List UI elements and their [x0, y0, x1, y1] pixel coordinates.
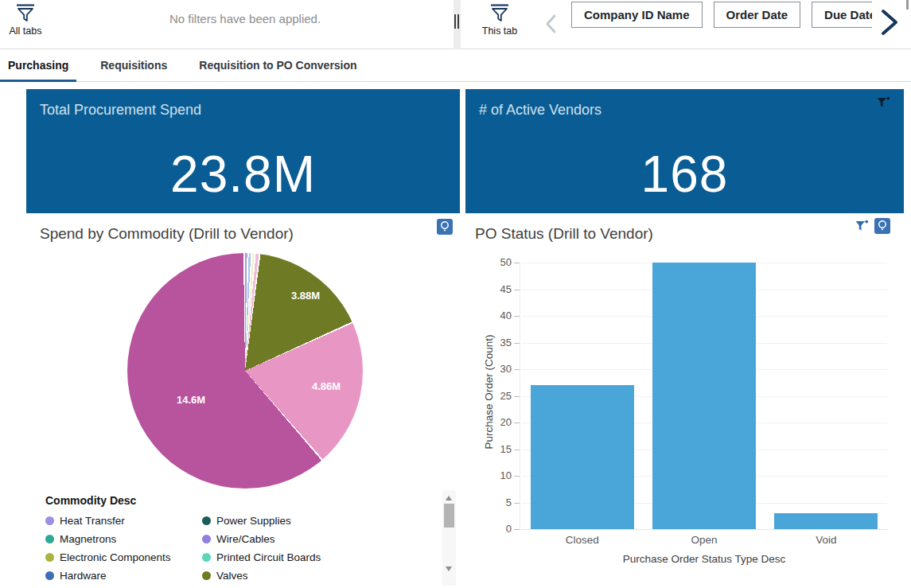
scrollbar-thumb[interactable]	[444, 504, 454, 528]
kpi-title: # of Active Vendors	[479, 102, 601, 119]
y-tick-label: 20	[473, 416, 512, 428]
y-tick-mark	[514, 290, 520, 290]
po-status-bar-plot	[521, 263, 887, 529]
dashboard: All tabs No filters have been applied. T…	[0, 0, 911, 588]
y-tick-mark	[514, 529, 520, 530]
legend-item-electronic-components[interactable]: Electronic Components	[45, 548, 202, 567]
filter-chip[interactable]: Company ID Name	[571, 2, 703, 28]
y-tick-label: 30	[473, 363, 512, 375]
pie-chart-title: Spend by Commodity (Drill to Vendor)	[40, 225, 294, 243]
kpi-active-vendors: # of Active Vendors 168	[465, 89, 904, 213]
y-tick-label: 45	[473, 283, 512, 295]
bar-chart-title: PO Status (Drill to Vendor)	[475, 225, 653, 243]
po-status-widget: PO Status (Drill to Vendor) Purchase Ord…	[461, 216, 911, 588]
y-tick-label: 25	[473, 390, 512, 402]
legend-swatch-icon	[202, 535, 211, 543]
spend-by-commodity-widget: Spend by Commodity (Drill to Vendor) 3.8…	[26, 216, 460, 588]
legend-title: Commodity Desc	[45, 494, 136, 507]
legend-label: Magnetrons	[60, 533, 116, 545]
x-category-label: Closed	[521, 534, 643, 546]
legend-swatch-icon	[45, 553, 54, 562]
x-axis-title: Purchase Order Status Type Desc	[521, 553, 887, 565]
chevron-right-icon	[877, 6, 901, 38]
legend-item-valves[interactable]: Valves	[202, 567, 401, 585]
bar-void[interactable]	[774, 513, 878, 529]
all-tabs-label: All tabs	[2, 25, 49, 37]
insights-lightbulb-icon[interactable]	[437, 219, 453, 235]
legend-label: Hardware	[60, 570, 107, 582]
y-tick-label: 0	[473, 523, 512, 535]
y-tick-mark	[514, 263, 520, 263]
bar-open[interactable]	[652, 263, 756, 529]
y-tick-mark	[514, 369, 520, 370]
y-tick-label: 40	[473, 310, 512, 321]
tab-requisition-to-po-conversion[interactable]: Requisition to PO Conversion	[191, 49, 364, 81]
dashboard-tab-bar: PurchasingRequisitionsRequisition to PO …	[0, 49, 911, 82]
y-tick-mark	[514, 423, 520, 423]
legend-swatch-icon	[202, 571, 211, 580]
all-tabs-filter-button[interactable]: All tabs	[2, 3, 49, 37]
legend-item-hardware[interactable]: Hardware	[45, 567, 202, 585]
legend-label: Heat Transfer	[60, 515, 125, 527]
chevron-left-icon	[543, 13, 559, 35]
y-tick-mark	[514, 503, 520, 504]
scroll-down-icon[interactable]	[446, 567, 452, 571]
no-filters-message: No filters have been applied.	[169, 12, 321, 25]
tab-purchasing[interactable]: Purchasing	[0, 49, 76, 81]
y-tick-label: 15	[473, 443, 512, 455]
y-tick-mark	[514, 316, 520, 317]
y-tick-label: 10	[473, 469, 512, 481]
splitter-grip-icon	[454, 14, 459, 29]
this-tab-funnel-icon	[476, 3, 524, 24]
filter-applied-icon[interactable]	[876, 95, 890, 110]
legend-item-heat-transfer[interactable]: Heat Transfer	[45, 512, 202, 530]
y-tick-label: 50	[473, 256, 512, 268]
y-tick-mark	[514, 450, 520, 450]
legend-label: Wire/Cables	[216, 533, 275, 545]
kpi-title: Total Procurement Spend	[40, 102, 201, 119]
this-tab-filter-button[interactable]: This tab	[476, 3, 524, 37]
this-tab-label: This tab	[476, 25, 524, 37]
y-tick-mark	[514, 343, 520, 344]
legend-label: Power Supplies	[216, 515, 291, 527]
legend-label: Valves	[216, 570, 248, 582]
x-category-label: Open	[643, 534, 765, 546]
legend-item-magnetrons[interactable]: Magnetrons	[45, 530, 202, 548]
all-tabs-funnel-icon	[2, 3, 49, 24]
legend-item-printed-circuit-boards[interactable]: Printed Circuit Boards	[202, 548, 401, 567]
scroll-up-icon[interactable]	[446, 496, 452, 500]
chips-scroll-right-button[interactable]	[872, 0, 911, 46]
legend-item-power-supplies[interactable]: Power Supplies	[202, 512, 401, 530]
y-tick-label: 35	[473, 337, 512, 349]
filter-chip[interactable]: Order Date	[714, 2, 801, 28]
legend-label: Electronic Components	[60, 551, 171, 563]
legend-swatch-icon	[45, 535, 54, 543]
commodity-legend: Heat TransferMagnetronsElectronic Compon…	[45, 512, 419, 588]
legend-swatch-icon	[45, 571, 54, 580]
tab-requisitions[interactable]: Requisitions	[92, 49, 175, 81]
y-tick-mark	[514, 396, 520, 397]
legend-swatch-icon	[202, 516, 211, 525]
y-tick-label: 5	[473, 496, 512, 508]
x-category-label: Void	[765, 534, 887, 546]
commodity-pie-chart[interactable]	[127, 253, 363, 489]
bar-closed[interactable]	[531, 385, 634, 529]
filter-applied-icon[interactable]	[855, 219, 869, 233]
filter-chips-row: Company ID NameOrder DateDue DateV	[571, 2, 911, 30]
kpi-value: 168	[465, 145, 904, 204]
page-scrollbar-fragment[interactable]	[906, 0, 909, 10]
y-axis-line	[520, 263, 520, 530]
filter-bar: All tabs No filters have been applied. T…	[0, 0, 911, 49]
kpi-value: 23.8M	[26, 145, 460, 204]
y-tick-mark	[514, 476, 520, 477]
insights-lightbulb-icon[interactable]	[874, 218, 890, 234]
kpi-total-procurement-spend: Total Procurement Spend 23.8M	[26, 89, 460, 213]
filter-bar-splitter[interactable]	[454, 0, 461, 49]
legend-swatch-icon	[45, 516, 54, 525]
gridline	[521, 529, 887, 530]
chips-scroll-left-button[interactable]	[543, 13, 559, 35]
legend-item-wire-cables[interactable]: Wire/Cables	[202, 530, 401, 548]
legend-swatch-icon	[202, 553, 211, 562]
legend-scrollbar[interactable]	[442, 490, 456, 586]
legend-label: Printed Circuit Boards	[216, 551, 321, 563]
